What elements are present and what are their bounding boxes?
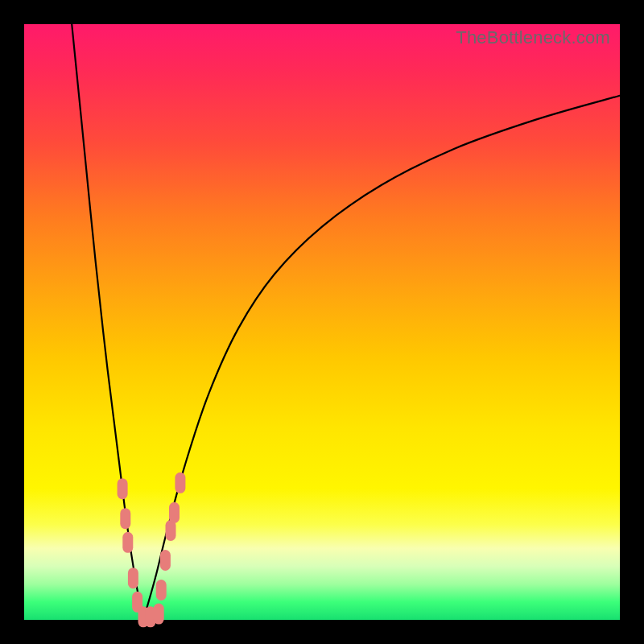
- curve-marker: [122, 532, 133, 553]
- curve-marker: [128, 568, 138, 588]
- curve-marker: [118, 478, 128, 499]
- chart-frame: TheBottleneck.com: [0, 0, 644, 644]
- bottleneck-curve-left-branch: [72, 24, 143, 620]
- bottleneck-curve-right-branch: [143, 96, 620, 620]
- plot-area: TheBottleneck.com: [24, 24, 620, 620]
- curve-marker: [156, 580, 167, 601]
- curve-marker: [169, 502, 180, 523]
- curve-marker: [166, 520, 176, 541]
- curve-marker: [175, 473, 185, 493]
- curve-marker: [154, 604, 164, 625]
- curve-layer: [24, 24, 620, 620]
- curve-marker: [160, 550, 171, 571]
- curve-marker: [120, 508, 130, 529]
